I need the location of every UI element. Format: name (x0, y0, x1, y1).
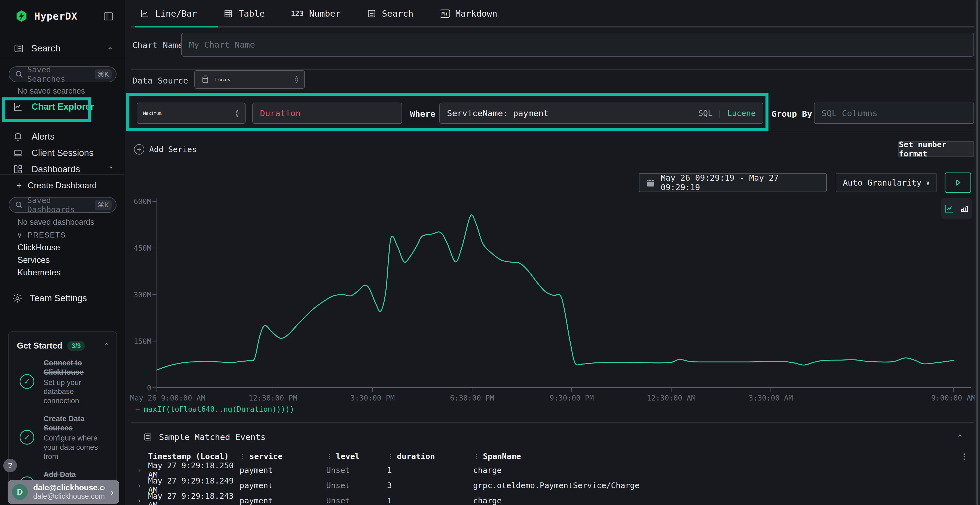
sidebar-item-alerts[interactable]: Alerts (0, 129, 125, 145)
help-button[interactable]: ? (3, 459, 17, 472)
cell-level: Unset (326, 465, 387, 475)
shortcut-badge: ⌘K (95, 200, 111, 210)
brand[interactable]: HyperDX (15, 10, 78, 22)
cell-level: Unset (326, 496, 387, 505)
page-scrollbar[interactable] (975, 0, 980, 505)
collapse-panel-icon[interactable]: ⌃ (958, 433, 962, 441)
tab-label: Search (382, 8, 414, 19)
dashboard-grid-icon (12, 164, 24, 175)
aggregation-select[interactable]: Maximum ∧∨ (137, 103, 245, 124)
scrollbar-thumb[interactable] (977, 0, 978, 505)
tab-number[interactable]: 123Number (291, 8, 340, 19)
task-subtitle: Set up your database connection (43, 378, 110, 406)
divider (131, 69, 974, 70)
123-icon: 123 (291, 10, 304, 18)
table-row[interactable]: ›May 27 9:29:18.250 AMpaymentUnset1charg… (131, 461, 974, 476)
data-source-select[interactable]: Traces ∧∨ (194, 70, 305, 89)
where-label: Where (410, 109, 435, 119)
group-by-input[interactable]: SQL Columns (814, 103, 974, 124)
saved-searches-input[interactable]: Saved Searches ⌘K (9, 67, 116, 82)
create-dashboard-button[interactable]: + Create Dashboard (16, 180, 97, 191)
traces-source-icon (201, 75, 210, 84)
row-expand-chevron-icon[interactable]: › (131, 481, 148, 489)
sidebar-section-search[interactable]: Search (14, 43, 60, 54)
select-chevrons-icon: ∧∨ (295, 76, 298, 83)
sidebar-item-label: Dashboards (32, 164, 80, 175)
lucene-mode-button[interactable]: Lucene (727, 108, 756, 118)
tab-markdown[interactable]: M↓Markdown (440, 8, 497, 19)
team-settings-button[interactable]: Team Settings (12, 293, 87, 304)
cell-timestamp-local-: May 27 9:29:18.243 AM (148, 491, 240, 505)
events-table-header: Timestamp (Local)⋮service⋮level⋮duration… (131, 452, 974, 461)
tab-search[interactable]: Search (367, 8, 414, 19)
column-menu-icon[interactable]: ⋮ (960, 452, 974, 461)
search-section-label: Search (31, 43, 60, 54)
preset-services[interactable]: Services (18, 255, 50, 265)
task-title: Create Data Sources (43, 414, 110, 433)
x-tick-label: 9:30:00 PM (550, 394, 594, 402)
column-drag-handle-icon: ⋮ (473, 453, 479, 460)
bell-icon (12, 131, 24, 142)
plus-icon: + (16, 180, 22, 191)
x-tick-label: 9:00:00 AM (931, 394, 976, 402)
saved-dashboards-input[interactable]: Saved Dashboards ⌘K (9, 197, 116, 213)
saved-dashboards-placeholder: Saved Dashboards (27, 195, 91, 214)
sidebar-collapse-icon[interactable] (103, 11, 114, 22)
user-menu[interactable]: D dale@clickhouse.com dale@clickhouse.co… (8, 480, 119, 504)
get-started-task[interactable]: ✓Create Data SourcesConfigure where your… (9, 410, 116, 465)
cell-service: payment (240, 481, 326, 490)
column-header-level[interactable]: ⋮level (326, 452, 387, 461)
sidebar: HyperDX Search ⌃ Saved Searches ⌘K No sa… (0, 0, 125, 505)
add-series-button[interactable]: + Add Series (134, 144, 197, 154)
sidebar-item-client-sessions[interactable]: Client Sessions (0, 145, 125, 161)
column-header-duration[interactable]: ⋮duration (387, 452, 473, 461)
column-header-spanname[interactable]: ⋮SpanName (473, 452, 960, 461)
where-value: ServiceName: payment (447, 108, 549, 118)
sidebar-divider-2 (0, 174, 125, 175)
user-email: dale@clickhouse.com (33, 483, 105, 492)
query-language-toggle: SQL | Lucene (698, 108, 756, 118)
y-tick-label: 600M (127, 197, 151, 206)
sql-mode-button[interactable]: SQL (698, 108, 713, 118)
chart-name-label: Chart Name (132, 40, 183, 50)
search-collapse-chevron-icon[interactable]: ⌃ (107, 46, 113, 55)
list-icon (367, 9, 377, 19)
user-subtitle: dale@clickhouse.com's (33, 492, 105, 501)
tab-line-bar[interactable]: Line/Bar (140, 8, 197, 19)
column-header-service[interactable]: ⋮service (240, 452, 326, 461)
table-row[interactable]: ›May 27 9:29:18.243 AMpaymentUnset1charg… (131, 491, 974, 505)
presets-toggle[interactable]: ∨ PRESETS (17, 231, 66, 240)
timeseries-chart[interactable]: 0150M300M450M600M May 26 9:00:00 AM12:30… (126, 169, 980, 414)
field-input[interactable]: Duration (252, 103, 402, 124)
plus-circle-icon: + (134, 144, 144, 154)
get-started-task[interactable]: ✓Connect to ClickHouseSet up your databa… (9, 354, 116, 410)
legend-swatch: — (135, 405, 140, 413)
data-source-value: Traces (215, 77, 230, 82)
set-number-format-button[interactable]: Set number format (898, 141, 974, 157)
get-started-collapse-icon[interactable]: ⌃ (104, 342, 110, 349)
chart-name-input[interactable]: My Chart Name (181, 33, 974, 57)
cell-duration: 1 (387, 496, 473, 505)
preset-clickhouse[interactable]: ClickHouse (18, 243, 60, 252)
laptop-icon (12, 148, 24, 158)
tab-table[interactable]: Table (223, 8, 265, 19)
row-expand-chevron-icon[interactable]: › (131, 497, 148, 505)
task-subtitle: Configure where your data comes from (43, 434, 110, 461)
cell-duration: 1 (387, 465, 473, 475)
chart-name-placeholder: My Chart Name (189, 40, 255, 49)
presets-label: PRESETS (28, 231, 66, 240)
column-header-label: duration (397, 452, 435, 461)
sidebar-item-chart-explorer[interactable]: Chart Explorer (0, 98, 125, 115)
events-table: Timestamp (Local)⋮service⋮level⋮duration… (131, 452, 974, 505)
no-saved-dashboards-text: No saved dashboards (18, 218, 94, 227)
row-expand-chevron-icon[interactable]: › (131, 466, 148, 474)
cell-spanname: charge (473, 496, 960, 505)
table-row[interactable]: ›May 27 9:29:18.249 AMpaymentUnset3grpc.… (131, 476, 974, 491)
preset-kubernetes[interactable]: Kubernetes (18, 268, 61, 278)
where-input[interactable]: ServiceName: payment SQL | Lucene (439, 103, 763, 124)
sidebar-divider (0, 58, 125, 58)
column-header-label: level (336, 452, 360, 461)
sidebar-item-dashboards[interactable]: Dashboards⌃ (0, 161, 125, 178)
column-header-timestamp-local-[interactable]: Timestamp (Local) (148, 452, 240, 461)
y-tick-label: 150M (127, 337, 151, 345)
